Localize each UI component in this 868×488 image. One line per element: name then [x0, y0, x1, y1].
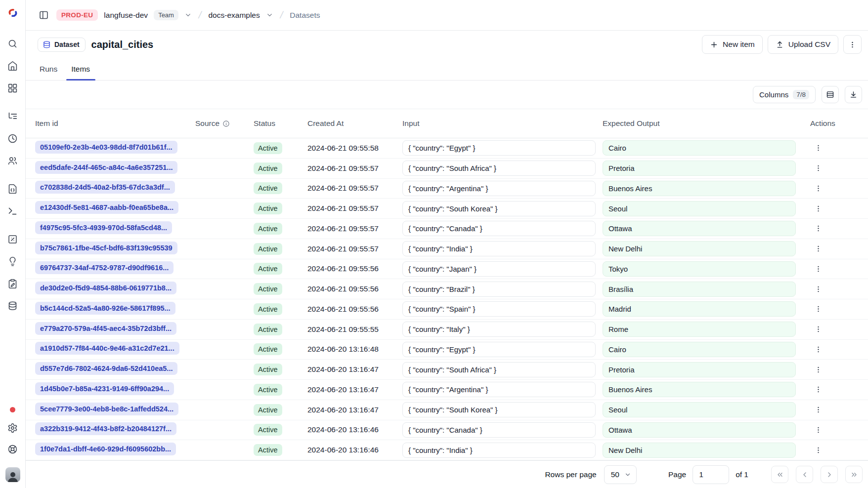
first-page-button[interactable]	[771, 466, 788, 483]
expected-output-cell[interactable]: Buenos Aires	[603, 382, 796, 397]
search-icon[interactable]	[7, 38, 19, 49]
expected-output-cell[interactable]: Cairo	[603, 342, 796, 357]
expected-output-cell[interactable]: Cairo	[603, 140, 796, 156]
item-id-badge[interactable]: e12430df-5e81-4687-aabb-f0ea65be8a...	[35, 201, 178, 214]
breadcrumb-section[interactable]: Datasets	[290, 11, 320, 20]
item-id-badge[interactable]: 1f0e7da1-dbff-4e60-929d-f6095602bb...	[35, 443, 176, 455]
row-actions-button[interactable]	[811, 222, 825, 236]
item-id-badge[interactable]: d557e7d6-7802-4624-9da6-52d410ea5...	[35, 362, 177, 375]
expected-output-cell[interactable]: Pretoria	[603, 161, 796, 176]
row-actions-button[interactable]	[811, 403, 825, 417]
settings-gear-icon[interactable]	[7, 422, 19, 434]
terminal-icon[interactable]	[7, 205, 19, 217]
input-cell[interactable]: { "country": "Italy" }	[402, 322, 596, 337]
expected-output-cell[interactable]: Pretoria	[603, 362, 796, 377]
input-cell[interactable]: { "country": "South Korea" }	[402, 201, 596, 216]
expected-output-cell[interactable]: New Delhi	[603, 241, 796, 256]
tab-items[interactable]: Items	[70, 58, 91, 80]
input-cell[interactable]: { "country": "India" }	[402, 241, 596, 256]
row-actions-button[interactable]	[811, 383, 825, 397]
input-cell[interactable]: { "country": "Brazil" }	[402, 282, 596, 297]
clock-icon[interactable]	[7, 132, 19, 144]
input-cell[interactable]: { "country": "South Korea" }	[402, 402, 596, 417]
row-actions-button[interactable]	[811, 342, 825, 356]
expected-output-cell[interactable]: Tokyo	[603, 261, 796, 277]
input-cell[interactable]: { "country": "South Africa" }	[402, 362, 596, 377]
input-cell[interactable]: { "country": "Argentina" }	[402, 382, 596, 397]
tab-runs[interactable]: Runs	[39, 58, 58, 80]
project-switcher-chevron-icon[interactable]	[266, 11, 273, 19]
lightbulb-icon[interactable]	[7, 255, 19, 267]
item-id-badge[interactable]: 69764737-34af-4752-9787-d90df9616...	[35, 261, 174, 274]
input-cell[interactable]: { "country": "Egypt" }	[402, 342, 596, 357]
item-id-badge[interactable]: c702838d-24d5-40a2-bf35-67dc3a3df...	[35, 181, 175, 194]
item-id-badge[interactable]: e779a270-579a-4f45-aec4-35b72d3bff...	[35, 322, 176, 335]
item-id-badge[interactable]: 05109ef0-2e3b-4e03-98dd-8f7d01b61f...	[35, 141, 177, 154]
row-actions-button[interactable]	[811, 141, 825, 155]
expected-output-cell[interactable]: Rome	[603, 322, 796, 337]
row-actions-button[interactable]	[811, 242, 825, 256]
project-name[interactable]: docs-examples	[208, 11, 260, 20]
item-id-badge[interactable]: 1d45b0e7-b85a-4231-9149-6ff90a294...	[35, 382, 174, 395]
expected-output-cell[interactable]: Seoul	[603, 402, 796, 417]
clipboard-pen-icon[interactable]	[7, 278, 19, 289]
last-page-button[interactable]	[845, 466, 863, 483]
dataset-more-actions-button[interactable]	[843, 35, 862, 54]
expected-output-cell[interactable]: Seoul	[603, 201, 796, 216]
expected-output-cell[interactable]: Ottawa	[603, 221, 796, 236]
item-id-badge[interactable]: de30d2e0-f5d9-4854-88b6-0619771b8...	[35, 282, 176, 294]
page-number-input[interactable]	[693, 465, 729, 484]
row-actions-button[interactable]	[811, 262, 825, 276]
org-name[interactable]: langfuse-dev	[104, 11, 148, 20]
input-cell[interactable]: { "country": "Spain" }	[402, 301, 596, 317]
row-actions-button[interactable]	[811, 363, 825, 376]
item-id-badge[interactable]: a1910d57-7f84-440c-9e46-a31c2d7e21...	[35, 342, 179, 355]
input-cell[interactable]: { "country": "Argentina" }	[402, 181, 596, 196]
upload-csv-button[interactable]: Upload CSV	[768, 35, 838, 54]
square-percent-icon[interactable]	[7, 233, 19, 245]
record-dot-icon[interactable]	[10, 407, 15, 412]
expected-output-cell[interactable]: Brasília	[603, 282, 796, 297]
input-cell[interactable]: { "country": "Canada" }	[402, 221, 596, 236]
row-actions-button[interactable]	[811, 282, 825, 296]
columns-button[interactable]: Columns 7/8	[753, 86, 816, 103]
list-tree-icon[interactable]	[7, 110, 19, 122]
database-icon[interactable]	[7, 300, 19, 312]
user-avatar[interactable]	[5, 467, 20, 482]
input-cell[interactable]: { "country": "Egypt" }	[402, 140, 596, 156]
rows-per-page-select[interactable]: 50	[604, 465, 637, 484]
row-actions-button[interactable]	[811, 443, 825, 457]
file-json-icon[interactable]	[7, 183, 19, 195]
input-cell[interactable]: { "country": "South Africa" }	[402, 161, 596, 176]
row-actions-button[interactable]	[811, 162, 825, 175]
export-download-button[interactable]	[845, 86, 862, 103]
expected-output-cell[interactable]: Madrid	[603, 301, 796, 317]
input-cell[interactable]: { "country": "Canada" }	[402, 422, 596, 438]
home-icon[interactable]	[7, 60, 19, 72]
item-id-badge[interactable]: f4975c95-5fc3-4939-970d-58fa5cd48...	[35, 221, 172, 234]
row-actions-button[interactable]	[811, 181, 825, 195]
row-actions-button[interactable]	[811, 323, 825, 336]
grid-dashboard-icon[interactable]	[7, 82, 19, 94]
row-actions-button[interactable]	[811, 423, 825, 437]
input-cell[interactable]: { "country": "Japan" }	[402, 261, 596, 277]
users-icon[interactable]	[7, 155, 19, 166]
row-actions-button[interactable]	[811, 302, 825, 316]
new-item-button[interactable]: New item	[702, 35, 763, 54]
item-id-badge[interactable]: a322b319-9412-4f43-b8f2-b20484127f...	[35, 422, 176, 435]
previous-page-button[interactable]	[796, 466, 813, 483]
expected-output-cell[interactable]: Buenos Aires	[603, 181, 796, 196]
item-id-badge[interactable]: 5cee7779-3e00-4eb8-be8c-1affedd524...	[35, 403, 178, 415]
info-icon[interactable]	[222, 120, 230, 127]
panel-left-toggle-icon[interactable]	[37, 8, 50, 22]
item-id-badge[interactable]: b75c7861-1fbe-45cf-bdf6-83f139c95539	[35, 242, 177, 254]
expected-output-cell[interactable]: Ottawa	[603, 422, 796, 438]
item-id-badge[interactable]: eed5dafe-244f-465c-a84c-4a6e357251...	[35, 161, 177, 174]
row-height-button[interactable]	[822, 86, 839, 103]
expected-output-cell[interactable]: New Delhi	[603, 443, 796, 458]
input-cell[interactable]: { "country": "India" }	[402, 443, 596, 458]
org-switcher-chevron-icon[interactable]	[184, 11, 192, 19]
support-lifebuoy-icon[interactable]	[7, 443, 19, 455]
next-page-button[interactable]	[821, 466, 838, 483]
row-actions-button[interactable]	[811, 202, 825, 215]
